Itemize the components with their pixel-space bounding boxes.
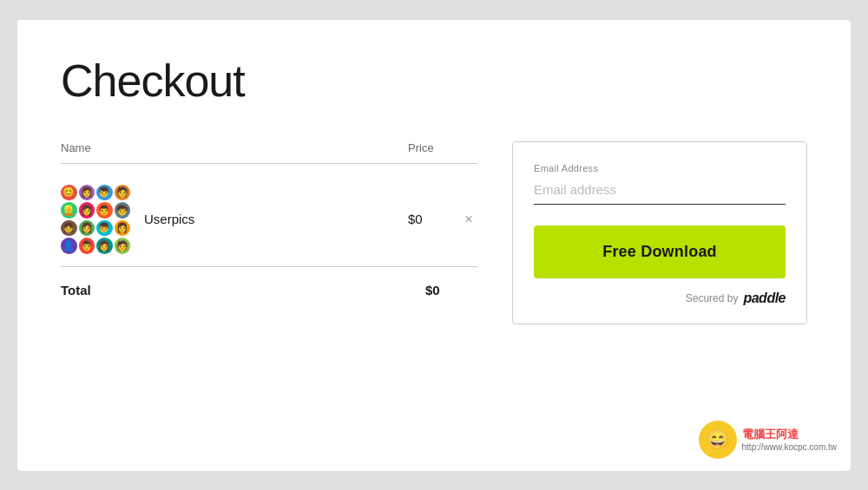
right-panel: Email Address Free Download Secured by p… <box>512 141 807 324</box>
watermark-url: http://www.kocpc.com.tw <box>742 442 837 452</box>
secured-row: Secured by paddle <box>534 291 786 306</box>
avatar-cell: 👩 <box>115 220 131 237</box>
secured-text: Secured by <box>686 292 739 304</box>
avatar-cell: 👧 <box>61 220 77 237</box>
table-header: Name Price <box>61 141 477 164</box>
avatar-cell: 👦 <box>96 220 113 237</box>
product-row: 😊👩👦🧑👱👩👨🧒👧👩👦👩👤👨👩🧑 Userpics $0 × <box>61 173 477 267</box>
remove-button[interactable]: × <box>460 212 477 227</box>
avatar-cell: 👩 <box>79 185 95 201</box>
main-layout: Name Price 😊👩👦🧑👱👩👨🧒👧👩👦👩👤👨👩🧑 Userpics $0 … <box>61 141 807 324</box>
left-panel: Name Price 😊👩👦🧑👱👩👨🧒👧👩👦👩👤👨👩🧑 Userpics $0 … <box>61 141 477 297</box>
watermark: 😄 電腦王阿達 http://www.kocpc.com.tw <box>699 421 837 459</box>
product-image: 😊👩👦🧑👱👩👨🧒👧👩👦👩👤👨👩🧑 <box>61 185 130 254</box>
avatar-cell: 👨 <box>96 202 113 219</box>
avatar-cell: 👩 <box>79 202 95 219</box>
col-name-header: Name <box>61 141 408 154</box>
product-price: $0 <box>408 212 460 226</box>
watermark-icon: 😄 <box>699 421 737 459</box>
avatar-cell: 👤 <box>61 238 77 254</box>
email-input[interactable] <box>534 179 786 205</box>
avatar-cell: 🧑 <box>115 238 131 254</box>
product-name: Userpics <box>144 212 408 226</box>
total-row: Total $0 <box>61 267 477 297</box>
email-label: Email Address <box>534 163 786 173</box>
avatar-cell: 👱 <box>61 202 77 219</box>
avatar-cell: 👨 <box>79 238 95 254</box>
col-price-header: Price <box>408 141 477 154</box>
total-label: Total <box>61 283 425 297</box>
avatar-cell: 👦 <box>96 185 113 201</box>
free-download-button[interactable]: Free Download <box>534 225 786 278</box>
avatar-cell: 👩 <box>96 238 113 254</box>
avatar-cell: 🧑 <box>115 185 131 201</box>
page-container: Checkout Name Price 😊👩👦🧑👱👩👨🧒👧👩👦👩👤👨👩🧑 Use… <box>17 20 851 471</box>
total-price: $0 <box>425 283 477 297</box>
watermark-name: 電腦王阿達 <box>742 427 837 442</box>
watermark-text: 電腦王阿達 http://www.kocpc.com.tw <box>742 427 837 452</box>
paddle-logo: paddle <box>743 291 786 306</box>
avatar-cell: 🧒 <box>115 202 131 219</box>
avatar-cell: 😊 <box>61 185 77 201</box>
page-title: Checkout <box>61 55 807 107</box>
avatar-cell: 👩 <box>79 220 95 237</box>
